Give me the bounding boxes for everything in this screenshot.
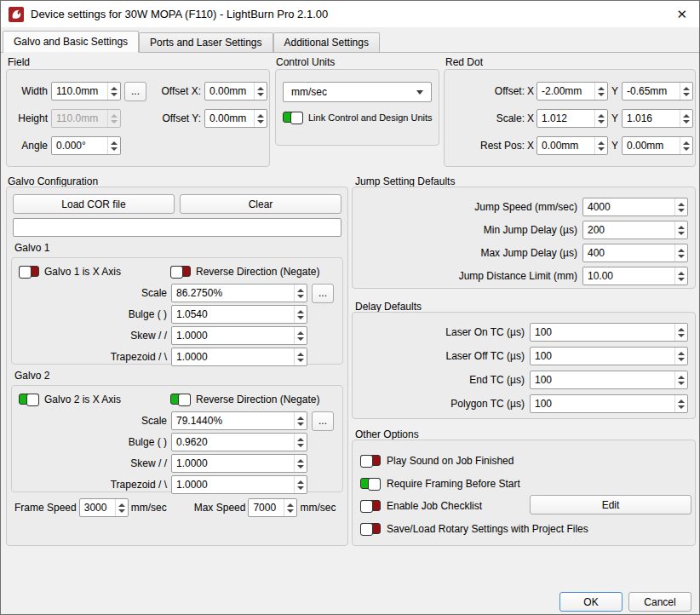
red-dot-offset-x-spinbox[interactable]: -2.00mm [536, 82, 608, 101]
window-title: Device settings for 30W MOPA (F110) - Li… [31, 8, 328, 20]
spin-arrows-icon[interactable] [594, 110, 607, 127]
field-angle-spinbox[interactable]: 0.000° [51, 136, 121, 155]
spin-arrows-icon[interactable] [115, 499, 128, 516]
jump-distance-limit-spinbox[interactable]: 10.00 [582, 267, 688, 285]
field-width-spinbox[interactable]: 110.0mm [51, 82, 121, 101]
cor-buttons-row: Load COR file Clear [13, 194, 341, 214]
red-dot-rest-y-spinbox[interactable]: 0.00mm [622, 136, 693, 155]
red-dot-offset-row: Offset: X -2.00mm Y -0.65mm [445, 82, 695, 101]
height-label: Height [13, 112, 48, 124]
ok-button[interactable]: OK [559, 592, 623, 612]
galvo2-bulge-spinbox[interactable]: 0.9620 [171, 433, 307, 451]
spin-arrows-icon[interactable] [254, 110, 267, 127]
spin-arrows-icon[interactable] [674, 324, 687, 341]
y-axis-label: Y [611, 112, 619, 124]
spin-arrows-icon[interactable] [107, 137, 120, 154]
load-cor-file-button[interactable]: Load COR file [13, 194, 175, 214]
galvo2-reverse-direction-toggle[interactable] [170, 394, 191, 405]
min-jump-delay-row: Min Jump Delay (µs) 200 [353, 221, 688, 239]
red-dot-scale-row: Scale: X 1.012 Y 1.016 [445, 109, 695, 128]
field-offset-y-spinbox[interactable]: 0.00mm [204, 109, 267, 128]
galvo1-skew-spinbox[interactable]: 1.0000 [171, 326, 307, 345]
field-offset-x-spinbox[interactable]: 0.00mm [204, 82, 267, 101]
spin-arrows-icon[interactable] [294, 412, 307, 429]
spin-arrows-icon[interactable] [294, 476, 307, 493]
max-jump-delay-spinbox[interactable]: 400 [582, 244, 688, 262]
spin-arrows-icon[interactable] [284, 499, 296, 516]
red-dot-rest-x-spinbox[interactable]: 0.00mm [536, 136, 608, 155]
galvo2-skew-spinbox[interactable]: 1.0000 [171, 454, 307, 473]
laser-off-tc-spinbox[interactable]: 100 [530, 347, 688, 365]
galvo1-skew-label: Skew / / [17, 330, 167, 342]
save-load-rotary-toggle[interactable] [360, 523, 381, 534]
galvo2-scale-label: Scale [17, 415, 167, 427]
cancel-button[interactable]: Cancel [628, 592, 691, 612]
tab-additional-settings[interactable]: Additional Settings [273, 32, 380, 52]
spin-arrows-icon[interactable] [594, 83, 607, 100]
link-units-toggle[interactable] [283, 112, 303, 123]
spin-arrows-icon[interactable] [674, 244, 687, 262]
galvo2-x-axis-toggle[interactable] [19, 394, 39, 405]
tab-galvo-and-basic-settings[interactable]: Galvo and Basic Settings [3, 31, 139, 53]
play-sound-label: Play Sound on Job Finished [387, 455, 514, 467]
spin-arrows-icon[interactable] [594, 137, 607, 154]
spin-arrows-icon[interactable] [674, 198, 687, 216]
end-tc-spinbox[interactable]: 100 [530, 371, 688, 389]
galvo1-bulge-spinbox[interactable]: 1.0540 [171, 305, 307, 324]
spin-arrows-icon[interactable] [674, 267, 687, 285]
galvo2-scale-more-button[interactable]: ... [312, 411, 334, 431]
galvo1-skew-row: Skew / / 1.0000 [17, 326, 337, 345]
spin-arrows-icon[interactable] [294, 327, 307, 344]
laser-off-tc-value: 100 [531, 348, 674, 365]
galvo2-bulge-label: Bulge ( ) [17, 436, 167, 448]
jump-speed-spinbox[interactable]: 4000 [582, 198, 688, 216]
field-size-more-button[interactable]: ... [124, 82, 146, 101]
spin-arrows-icon[interactable] [674, 395, 687, 412]
galvo2-bulge-value: 0.9620 [172, 434, 294, 451]
spin-arrows-icon[interactable] [674, 348, 687, 365]
frame-speed-spinbox[interactable]: 3000 [79, 498, 129, 517]
edit-checklist-button[interactable]: Edit [530, 495, 691, 514]
spin-arrows-icon[interactable] [680, 137, 692, 154]
laser-on-tc-spinbox[interactable]: 100 [530, 323, 688, 342]
cor-file-path-input[interactable] [13, 218, 341, 237]
galvo2-scale-spinbox[interactable]: 79.1440% [171, 411, 307, 430]
spin-arrows-icon[interactable] [294, 455, 307, 472]
red-dot-offset-y-spinbox[interactable]: -0.65mm [622, 82, 693, 101]
laser-off-tc-label: Laser Off TC (µs) [353, 350, 525, 362]
galvo2-trapezoid-spinbox[interactable]: 1.0000 [171, 475, 307, 494]
jump-speed-value: 4000 [583, 198, 674, 216]
clear-cor-button[interactable]: Clear [180, 194, 341, 214]
play-sound-toggle[interactable] [360, 455, 381, 466]
galvo1-reverse-direction-toggle[interactable] [170, 266, 191, 277]
delay-defaults-group: Laser On TC (µs) 100 Laser Off TC (µs) 1… [352, 312, 696, 419]
spin-arrows-icon[interactable] [674, 221, 687, 239]
spin-arrows-icon[interactable] [294, 434, 307, 451]
require-framing-toggle[interactable] [360, 478, 381, 489]
spin-arrows-icon[interactable] [674, 371, 687, 388]
galvo1-x-axis-toggle[interactable] [19, 266, 39, 277]
enable-job-checklist-toggle[interactable] [360, 500, 381, 511]
spin-arrows-icon[interactable] [294, 285, 307, 302]
spin-arrows-icon[interactable] [254, 83, 267, 100]
galvo1-scale-spinbox[interactable]: 86.2750% [171, 284, 307, 302]
spin-arrows-icon[interactable] [294, 348, 307, 365]
max-speed-spinbox[interactable]: 7000 [248, 498, 297, 517]
polygon-tc-spinbox[interactable]: 100 [530, 394, 688, 413]
galvo1-scale-more-button[interactable]: ... [312, 284, 334, 303]
red-dot-scale-y-spinbox[interactable]: 1.016 [622, 109, 693, 128]
spin-arrows-icon[interactable] [680, 83, 692, 100]
require-framing-label: Require Framing Before Start [387, 478, 520, 490]
spin-arrows-icon[interactable] [680, 110, 692, 127]
galvo1-trapezoid-spinbox[interactable]: 1.0000 [171, 348, 307, 366]
red-dot-scale-x-spinbox[interactable]: 1.012 [536, 109, 608, 128]
spin-arrows-icon[interactable] [294, 306, 307, 323]
galvo1-skew-value: 1.0000 [172, 327, 294, 344]
spin-arrows-icon[interactable] [107, 83, 120, 100]
min-jump-delay-spinbox[interactable]: 200 [582, 221, 688, 239]
tab-ports-and-laser-settings[interactable]: Ports and Laser Settings [139, 32, 273, 52]
galvo1-scale-label: Scale [17, 287, 167, 299]
control-units-dropdown[interactable]: mm/sec [283, 82, 432, 102]
galvo1-bulge-label: Bulge ( ) [17, 308, 167, 320]
close-icon[interactable]: ✕ [673, 6, 691, 22]
